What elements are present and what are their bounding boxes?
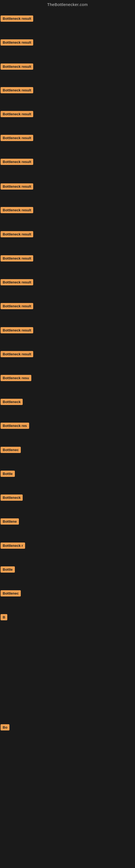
bottleneck-badge[interactable]: Bottleneck r [1, 542, 25, 549]
bottleneck-item[interactable]: Bottleneck result [0, 159, 135, 165]
bottleneck-badge[interactable]: Bottleneck result [1, 279, 33, 285]
bottleneck-item[interactable]: Bo [0, 724, 135, 731]
bottleneck-item[interactable]: Bottleneck result [0, 183, 135, 190]
bottleneck-item[interactable]: Bottleneck result [0, 327, 135, 333]
bottleneck-item[interactable]: Bottleneck [0, 495, 135, 501]
bottleneck-badge[interactable]: Bottlene [1, 518, 19, 525]
bottleneck-badge[interactable]: Bottleneck result [1, 327, 33, 333]
bottleneck-badge[interactable]: Bottleneck result [1, 231, 33, 237]
bottleneck-item[interactable]: Bottleneck res [0, 423, 135, 429]
bottleneck-badge[interactable]: Bottleneck result [1, 351, 33, 357]
bottleneck-item[interactable]: Bottleneck result [0, 255, 135, 261]
bottleneck-badge[interactable]: Bottleneck result [1, 303, 33, 309]
bottleneck-badge[interactable]: Bo [1, 724, 9, 731]
bottleneck-item[interactable]: Bottle [0, 471, 135, 477]
bottleneck-badge[interactable]: Bottleneck result [1, 207, 33, 213]
bottleneck-item[interactable]: Bottleneck result [0, 207, 135, 213]
bottleneck-badge[interactable]: Bottleneck [1, 495, 23, 501]
bottleneck-badge[interactable]: Bottleneck result [1, 159, 33, 165]
bottleneck-item[interactable]: Bottleneck result [0, 303, 135, 309]
bottleneck-badge[interactable]: Bottleneck result [1, 63, 33, 70]
bottleneck-badge[interactable]: Bottlenec [1, 590, 21, 596]
bottleneck-item[interactable]: B [0, 614, 135, 620]
site-header: TheBottlenecker.com [0, 0, 135, 10]
bottleneck-item[interactable]: Bottlenec [0, 447, 135, 453]
bottleneck-badge[interactable]: Bottleneck result [1, 255, 33, 261]
bottleneck-badge[interactable]: Bottle [1, 471, 15, 477]
bottleneck-item[interactable]: Bottleneck r [0, 542, 135, 549]
bottleneck-badge[interactable]: Bottleneck result [1, 16, 33, 22]
bottleneck-item[interactable]: Bottleneck result [0, 63, 135, 70]
bottleneck-badge[interactable]: Bottleneck result [1, 87, 33, 93]
bottleneck-item[interactable]: Bottleneck [0, 399, 135, 405]
bottleneck-item[interactable]: Bottleneck result [0, 135, 135, 141]
bottleneck-badge[interactable]: Bottleneck result [1, 111, 33, 117]
bottleneck-item[interactable]: Bottleneck result [0, 16, 135, 22]
site-title: TheBottlenecker.com [47, 2, 88, 7]
bottleneck-badge[interactable]: Bottleneck result [1, 135, 33, 141]
bottleneck-badge[interactable]: Bottleneck res [1, 423, 29, 429]
bottleneck-item[interactable]: Bottleneck result [0, 87, 135, 93]
bottleneck-item[interactable]: Bottleneck resu [0, 375, 135, 381]
bottleneck-badge[interactable]: Bottlenec [1, 447, 21, 453]
bottleneck-badge[interactable]: Bottleneck [1, 399, 23, 405]
bottleneck-badge[interactable]: Bottleneck result [1, 183, 33, 190]
bottleneck-item[interactable]: Bottleneck result [0, 279, 135, 285]
bottleneck-item[interactable]: Bottleneck result [0, 351, 135, 357]
bottleneck-item[interactable]: Bottleneck result [0, 39, 135, 45]
bottleneck-badge[interactable]: B [1, 614, 7, 620]
bottleneck-badge[interactable]: Bottle [1, 566, 15, 572]
bottleneck-badge[interactable]: Bottleneck resu [1, 375, 31, 381]
bottleneck-badge[interactable]: Bottleneck result [1, 39, 33, 45]
bottleneck-item[interactable]: Bottle [0, 566, 135, 572]
bottleneck-item[interactable]: Bottlene [0, 518, 135, 525]
bottleneck-item[interactable]: Bottlenec [0, 590, 135, 596]
bottleneck-item[interactable]: Bottleneck result [0, 231, 135, 237]
bottleneck-item[interactable]: Bottleneck result [0, 111, 135, 117]
